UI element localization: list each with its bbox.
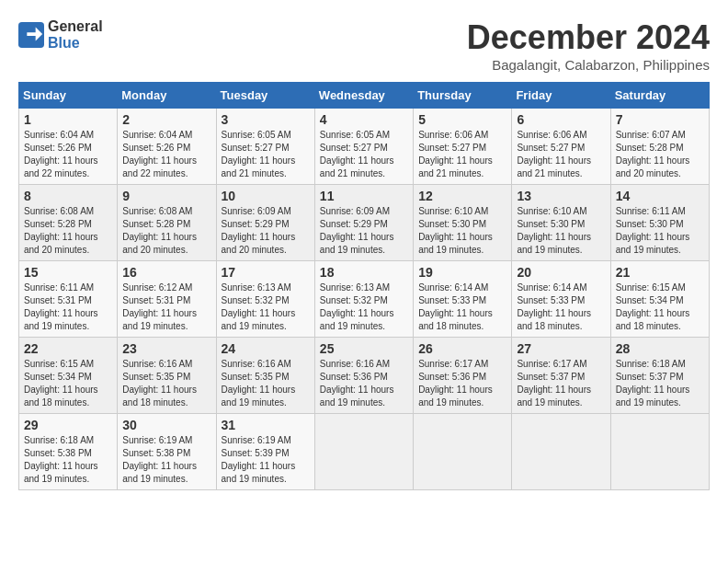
calendar-body: 1Sunrise: 6:04 AM Sunset: 5:26 PM Daylig…: [19, 109, 710, 490]
week-row-5: 29Sunrise: 6:18 AM Sunset: 5:38 PM Dayli…: [19, 414, 710, 490]
day-number: 18: [320, 265, 408, 280]
day-number: 29: [24, 418, 112, 432]
day-info: Sunrise: 6:14 AM Sunset: 5:33 PM Dayligh…: [418, 282, 506, 333]
day-cell: 5Sunrise: 6:06 AM Sunset: 5:27 PM Daylig…: [414, 109, 512, 185]
day-number: 5: [418, 112, 506, 127]
day-cell: 23Sunrise: 6:16 AM Sunset: 5:35 PM Dayli…: [118, 338, 216, 414]
day-cell: 29Sunrise: 6:18 AM Sunset: 5:38 PM Dayli…: [19, 414, 118, 490]
day-cell: 22Sunrise: 6:15 AM Sunset: 5:34 PM Dayli…: [19, 338, 118, 414]
day-info: Sunrise: 6:09 AM Sunset: 5:29 PM Dayligh…: [222, 205, 310, 257]
day-number: 17: [222, 265, 310, 280]
day-info: Sunrise: 6:14 AM Sunset: 5:33 PM Dayligh…: [517, 282, 605, 333]
day-info: Sunrise: 6:06 AM Sunset: 5:27 PM Dayligh…: [418, 129, 506, 180]
logo-text-general: General: [48, 18, 103, 35]
week-row-1: 1Sunrise: 6:04 AM Sunset: 5:26 PM Daylig…: [19, 109, 710, 185]
day-number: 15: [24, 265, 112, 280]
day-cell: 20Sunrise: 6:14 AM Sunset: 5:33 PM Dayli…: [512, 261, 610, 338]
day-number: 3: [222, 112, 310, 127]
day-info: Sunrise: 6:08 AM Sunset: 5:28 PM Dayligh…: [122, 205, 210, 257]
day-info: Sunrise: 6:07 AM Sunset: 5:28 PM Dayligh…: [616, 129, 704, 180]
day-cell: 30Sunrise: 6:19 AM Sunset: 5:38 PM Dayli…: [118, 414, 216, 490]
day-info: Sunrise: 6:09 AM Sunset: 5:29 PM Dayligh…: [320, 205, 408, 257]
day-info: Sunrise: 6:13 AM Sunset: 5:32 PM Dayligh…: [222, 282, 310, 333]
calendar-table: SundayMondayTuesdayWednesdayThursdayFrid…: [18, 82, 710, 490]
day-number: 26: [418, 341, 506, 356]
day-cell: 31Sunrise: 6:19 AM Sunset: 5:39 PM Dayli…: [216, 414, 314, 490]
day-info: Sunrise: 6:17 AM Sunset: 5:36 PM Dayligh…: [418, 358, 506, 409]
day-number: 1: [24, 112, 112, 127]
day-cell: [414, 414, 512, 490]
day-number: 9: [122, 189, 210, 203]
day-info: Sunrise: 6:19 AM Sunset: 5:39 PM Dayligh…: [222, 434, 310, 486]
day-number: 8: [24, 189, 112, 203]
day-cell: 12Sunrise: 6:10 AM Sunset: 5:30 PM Dayli…: [414, 185, 512, 261]
day-info: Sunrise: 6:16 AM Sunset: 5:36 PM Dayligh…: [320, 358, 408, 409]
header-cell-sunday: Sunday: [19, 83, 118, 109]
day-cell: 21Sunrise: 6:15 AM Sunset: 5:34 PM Dayli…: [610, 261, 709, 338]
calendar-header: SundayMondayTuesdayWednesdayThursdayFrid…: [19, 83, 710, 109]
day-cell: 8Sunrise: 6:08 AM Sunset: 5:28 PM Daylig…: [19, 185, 118, 261]
day-cell: 14Sunrise: 6:11 AM Sunset: 5:30 PM Dayli…: [610, 185, 709, 261]
page-header: General Blue December 2024 Bagalangit, C…: [18, 18, 710, 73]
day-number: 10: [222, 189, 310, 203]
title-block: December 2024 Bagalangit, Calabarzon, Ph…: [467, 18, 710, 73]
header-cell-tuesday: Tuesday: [216, 83, 314, 109]
week-row-2: 8Sunrise: 6:08 AM Sunset: 5:28 PM Daylig…: [19, 185, 710, 261]
day-cell: 28Sunrise: 6:18 AM Sunset: 5:37 PM Dayli…: [610, 338, 709, 414]
day-number: 20: [517, 265, 605, 280]
day-cell: 4Sunrise: 6:05 AM Sunset: 5:27 PM Daylig…: [314, 109, 413, 185]
day-cell: 7Sunrise: 6:07 AM Sunset: 5:28 PM Daylig…: [610, 109, 709, 185]
day-number: 21: [616, 265, 704, 280]
week-row-4: 22Sunrise: 6:15 AM Sunset: 5:34 PM Dayli…: [19, 338, 710, 414]
day-cell: 2Sunrise: 6:04 AM Sunset: 5:26 PM Daylig…: [118, 109, 216, 185]
logo-text-blue: Blue: [48, 35, 103, 52]
day-cell: 16Sunrise: 6:12 AM Sunset: 5:31 PM Dayli…: [118, 261, 216, 338]
header-row: SundayMondayTuesdayWednesdayThursdayFrid…: [19, 83, 710, 109]
month-title: December 2024: [467, 18, 710, 57]
day-cell: 10Sunrise: 6:09 AM Sunset: 5:29 PM Dayli…: [216, 185, 314, 261]
day-cell: 27Sunrise: 6:17 AM Sunset: 5:37 PM Dayli…: [512, 338, 610, 414]
header-cell-saturday: Saturday: [610, 83, 709, 109]
header-cell-thursday: Thursday: [414, 83, 512, 109]
day-number: 30: [122, 418, 210, 432]
day-cell: 18Sunrise: 6:13 AM Sunset: 5:32 PM Dayli…: [314, 261, 413, 338]
day-number: 22: [24, 341, 112, 356]
day-info: Sunrise: 6:17 AM Sunset: 5:37 PM Dayligh…: [517, 358, 605, 409]
day-number: 27: [517, 341, 605, 356]
day-cell: [610, 414, 709, 490]
day-number: 6: [517, 112, 605, 127]
day-info: Sunrise: 6:12 AM Sunset: 5:31 PM Dayligh…: [122, 282, 210, 333]
day-number: 19: [418, 265, 506, 280]
day-info: Sunrise: 6:05 AM Sunset: 5:27 PM Dayligh…: [222, 129, 310, 180]
location: Bagalangit, Calabarzon, Philippines: [467, 57, 710, 73]
day-number: 14: [616, 189, 704, 203]
day-cell: 3Sunrise: 6:05 AM Sunset: 5:27 PM Daylig…: [216, 109, 314, 185]
day-cell: 1Sunrise: 6:04 AM Sunset: 5:26 PM Daylig…: [19, 109, 118, 185]
day-number: 11: [320, 189, 408, 203]
day-number: 24: [222, 341, 310, 356]
day-cell: 15Sunrise: 6:11 AM Sunset: 5:31 PM Dayli…: [19, 261, 118, 338]
day-cell: 24Sunrise: 6:16 AM Sunset: 5:35 PM Dayli…: [216, 338, 314, 414]
day-info: Sunrise: 6:08 AM Sunset: 5:28 PM Dayligh…: [24, 205, 112, 257]
day-info: Sunrise: 6:10 AM Sunset: 5:30 PM Dayligh…: [517, 205, 605, 257]
day-number: 2: [122, 112, 210, 127]
day-info: Sunrise: 6:16 AM Sunset: 5:35 PM Dayligh…: [122, 358, 210, 409]
logo-icon: [18, 22, 44, 48]
week-row-3: 15Sunrise: 6:11 AM Sunset: 5:31 PM Dayli…: [19, 261, 710, 338]
day-info: Sunrise: 6:11 AM Sunset: 5:30 PM Dayligh…: [616, 205, 704, 257]
day-cell: 11Sunrise: 6:09 AM Sunset: 5:29 PM Dayli…: [314, 185, 413, 261]
header-cell-wednesday: Wednesday: [314, 83, 413, 109]
day-info: Sunrise: 6:15 AM Sunset: 5:34 PM Dayligh…: [24, 358, 112, 409]
day-cell: [512, 414, 610, 490]
day-number: 13: [517, 189, 605, 203]
day-info: Sunrise: 6:16 AM Sunset: 5:35 PM Dayligh…: [222, 358, 310, 409]
day-number: 23: [122, 341, 210, 356]
logo: General Blue: [18, 18, 103, 52]
day-number: 28: [616, 341, 704, 356]
day-number: 31: [222, 418, 310, 432]
day-cell: 6Sunrise: 6:06 AM Sunset: 5:27 PM Daylig…: [512, 109, 610, 185]
day-cell: 17Sunrise: 6:13 AM Sunset: 5:32 PM Dayli…: [216, 261, 314, 338]
day-info: Sunrise: 6:18 AM Sunset: 5:37 PM Dayligh…: [616, 358, 704, 409]
day-number: 12: [418, 189, 506, 203]
day-info: Sunrise: 6:18 AM Sunset: 5:38 PM Dayligh…: [24, 434, 112, 486]
